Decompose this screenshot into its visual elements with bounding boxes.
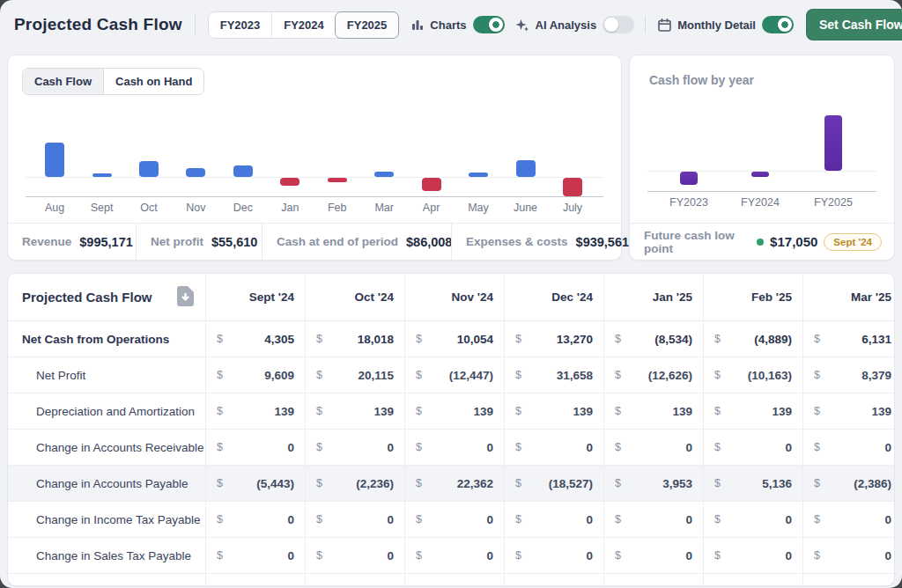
table-cell: $13,270	[504, 321, 603, 356]
monthly-detail-toggle[interactable]	[762, 16, 794, 33]
cell-value: 0	[586, 513, 593, 526]
bar-oct[interactable]	[139, 161, 159, 177]
table-row-empty	[8, 574, 894, 586]
currency-symbol: $	[615, 333, 621, 345]
cell-value: 4,305	[264, 333, 294, 346]
bar-july[interactable]	[563, 178, 582, 196]
x-label-jan: Jan	[263, 202, 316, 214]
bar-fy2023[interactable]	[680, 172, 698, 185]
table-cell: $(18,527)	[504, 466, 603, 501]
currency-symbol: $	[615, 441, 621, 453]
bar-june[interactable]	[516, 160, 536, 177]
x-axis-line	[26, 196, 603, 197]
bar-may[interactable]	[469, 173, 488, 177]
bar-aug[interactable]	[45, 143, 64, 177]
table-cell	[802, 574, 895, 586]
table-cell: $139	[603, 393, 703, 429]
toggle-group-ai-analysis: AI Analysis	[515, 16, 635, 33]
table-row-net-profit: Net Profit$9,609$20,115$(12,447)$31,658$…	[8, 357, 894, 393]
bar-chart-icon	[411, 18, 424, 31]
table-cell	[603, 574, 703, 586]
table-cell: $10,054	[404, 321, 504, 356]
column-header-mar-25: Mar '25	[802, 274, 895, 320]
cell-value: (4,889)	[754, 333, 792, 346]
ai-analysis-toggle[interactable]	[603, 16, 634, 33]
bar-nov[interactable]	[186, 168, 205, 177]
currency-symbol: $	[515, 333, 521, 345]
table-row-change-in-income-tax-payable: Change in Income Tax Payable$0$0$0$0$0$0…	[8, 502, 894, 538]
low-point-month-badge: Sept '24	[824, 233, 882, 251]
year-tab-fy2024[interactable]: FY2024	[271, 12, 336, 38]
cell-value: 139	[871, 405, 891, 418]
table-cell: $0	[703, 538, 802, 573]
cash-flow-by-year-card: Cash flow by year FY2023FY2024FY2025 Fut…	[629, 55, 895, 261]
currency-symbol: $	[615, 513, 621, 526]
currency-symbol: $	[316, 513, 322, 526]
table-body: Net Cash from Operations$4,305$18,018$10…	[8, 321, 894, 586]
table-row-change-in-accounts-receivable: Change in Accounts Receivable$0$0$0$0$0$…	[8, 430, 894, 466]
currency-symbol: $	[714, 513, 721, 526]
stat-net-profit: Net profit$55,610	[136, 224, 262, 260]
bar-feb[interactable]	[328, 178, 347, 182]
currency-symbol: $	[217, 369, 223, 381]
tab-cash-flow[interactable]: Cash Flow	[23, 69, 103, 94]
bar-dec[interactable]	[233, 165, 253, 177]
table-cell: $3,953	[603, 466, 703, 501]
cell-value: (2,386)	[854, 477, 891, 490]
row-label: Net Profit	[8, 357, 205, 393]
cell-value: 3,953	[662, 477, 692, 490]
cell-value: (12,447)	[449, 369, 493, 382]
cell-value: 0	[387, 441, 394, 454]
table-cell: $0	[305, 538, 404, 573]
currency-symbol: $	[714, 333, 721, 345]
cell-value: (10,163)	[748, 369, 792, 382]
bar-jan[interactable]	[280, 178, 299, 186]
table-cell: $(4,889)	[703, 321, 802, 356]
table-cell	[404, 574, 504, 586]
bar-fy2024[interactable]	[751, 172, 769, 177]
cell-value: 13,270	[557, 333, 593, 346]
toggle-knob	[489, 18, 503, 32]
table-cell: $0	[504, 502, 603, 537]
row-label: Net Cash from Operations	[8, 321, 205, 356]
bar-apr[interactable]	[422, 178, 441, 191]
row-label: Change in Accounts Payable	[8, 466, 205, 501]
year-tab-fy2023[interactable]: FY2023	[209, 12, 272, 38]
currency-symbol: $	[615, 549, 621, 562]
x-label-fy2025: FY2025	[807, 196, 860, 209]
cell-value: 0	[287, 549, 294, 562]
cell-value: 0	[785, 549, 792, 562]
table-cell: $0	[603, 538, 703, 573]
x-label-oct: Oct	[122, 202, 175, 214]
stat-cash-at-end-of-period: Cash at end of period$86,008	[262, 224, 451, 260]
currency-symbol: $	[416, 513, 422, 526]
currency-symbol: $	[714, 477, 721, 489]
table-cell: $139	[305, 393, 404, 429]
currency-symbol: $	[217, 513, 223, 526]
currency-symbol: $	[814, 549, 820, 562]
bar-fy2025[interactable]	[824, 115, 842, 171]
column-header-nov-24: Nov '24	[404, 274, 504, 320]
cash-flow-card: Cash FlowCash on Hand AugSeptOctNovDecJa…	[7, 55, 622, 261]
currency-symbol: $	[615, 405, 621, 417]
table-cell	[205, 574, 305, 586]
table-header-first-cell: Projected Cash Flow	[8, 274, 205, 320]
year-tabs: FY2023FY2024FY2025	[208, 11, 400, 39]
set-cash-flow-assumptions-button[interactable]: Set Cash Flow Assumptions	[806, 9, 902, 40]
cell-value: 139	[274, 405, 294, 418]
cell-value: 0	[884, 441, 891, 454]
tab-cash-on-hand[interactable]: Cash on Hand	[103, 69, 203, 94]
currency-symbol: $	[416, 333, 422, 345]
bar-mar[interactable]	[374, 172, 394, 177]
table-cell: $0	[603, 502, 703, 537]
bar-sept[interactable]	[92, 173, 112, 177]
cell-value: 0	[287, 441, 294, 454]
year-tab-fy2025[interactable]: FY2025	[335, 11, 400, 39]
future-cash-low-point: Future cash low point $17,050 Sept '24	[630, 223, 894, 260]
currency-symbol: $	[217, 333, 223, 345]
column-header-dec-24: Dec '24	[504, 274, 603, 320]
export-table-button[interactable]	[177, 286, 194, 309]
x-axis-line	[647, 191, 876, 192]
charts-toggle[interactable]	[473, 16, 505, 33]
row-label: Depreciation and Amortization	[8, 393, 205, 429]
